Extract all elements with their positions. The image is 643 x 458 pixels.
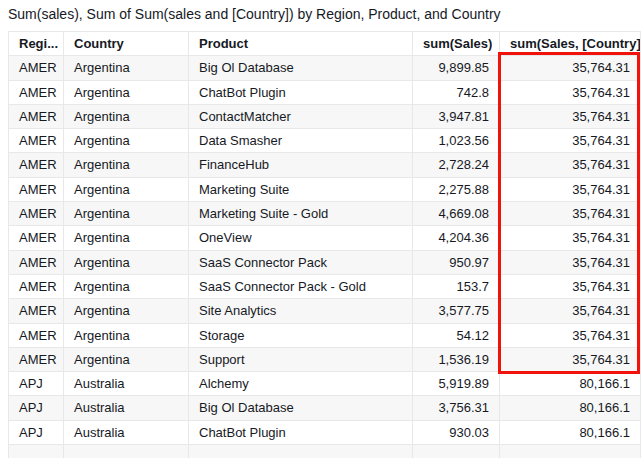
cell-product[interactable]: SaaS Connector Pack - Gold (189, 274, 413, 298)
cell-sum-sales-country[interactable]: 35,764.31 (500, 80, 641, 104)
cell-region[interactable]: AMER (9, 274, 64, 298)
cell-country[interactable]: Argentina (64, 347, 189, 371)
cell-sum-sales[interactable]: 3,577.75 (413, 299, 500, 323)
cell-product[interactable]: Alchemy (189, 372, 413, 396)
cell-country[interactable]: Argentina (64, 250, 189, 274)
cell-region[interactable]: AMER (9, 250, 64, 274)
cell-sum-sales-country[interactable]: 35,764.31 (500, 129, 641, 153)
cell-region[interactable]: APJ (9, 420, 64, 444)
cell-country[interactable]: Argentina (64, 323, 189, 347)
cell-country[interactable]: Argentina (64, 104, 189, 128)
table-row: AMERArgentinaChatBot Plugin742.835,764.3… (9, 80, 641, 104)
cell-sum-sales[interactable]: 2,728.24 (413, 153, 500, 177)
cell-product[interactable]: Marketing Suite (189, 177, 413, 201)
cell-region[interactable]: AMER (9, 80, 64, 104)
cell-empty (64, 445, 189, 458)
cell-sum-sales-country[interactable]: 35,764.31 (500, 56, 641, 80)
cell-region[interactable]: AMER (9, 129, 64, 153)
cell-sum-sales[interactable]: 1,536.19 (413, 347, 500, 371)
cell-product[interactable]: Big Ol Database (189, 56, 413, 80)
column-header-product[interactable]: Product (189, 32, 413, 56)
cell-product[interactable]: OneView (189, 226, 413, 250)
cell-sum-sales-country[interactable]: 35,764.31 (500, 153, 641, 177)
cell-country[interactable]: Argentina (64, 299, 189, 323)
cell-sum-sales[interactable]: 5,919.89 (413, 372, 500, 396)
cell-product[interactable]: Site Analytics (189, 299, 413, 323)
cell-sum-sales[interactable]: 1,023.56 (413, 129, 500, 153)
cell-product[interactable]: ChatBot Plugin (189, 420, 413, 444)
cell-region[interactable]: APJ (9, 372, 64, 396)
cell-sum-sales-country[interactable]: 80,166.1 (500, 396, 641, 420)
cell-country[interactable]: Argentina (64, 80, 189, 104)
column-header-country[interactable]: Country (64, 32, 189, 56)
cell-sum-sales[interactable]: 950.97 (413, 250, 500, 274)
partial-row (9, 445, 641, 458)
cell-sum-sales-country[interactable]: 35,764.31 (500, 177, 641, 201)
cell-country[interactable]: Australia (64, 420, 189, 444)
cell-sum-sales-country[interactable]: 80,166.1 (500, 420, 641, 444)
cell-sum-sales-country[interactable]: 35,764.31 (500, 299, 641, 323)
cell-sum-sales[interactable]: 2,275.88 (413, 177, 500, 201)
cell-sum-sales-country[interactable]: 35,764.31 (500, 347, 641, 371)
cell-sum-sales[interactable]: 3,756.31 (413, 396, 500, 420)
cell-sum-sales[interactable]: 3,947.81 (413, 104, 500, 128)
cell-sum-sales-country[interactable]: 35,764.31 (500, 250, 641, 274)
data-table: Regi...CountryProductsum(Sales)sum(Sales… (8, 31, 641, 458)
cell-product[interactable]: SaaS Connector Pack (189, 250, 413, 274)
cell-sum-sales-country[interactable]: 80,166.1 (500, 372, 641, 396)
cell-region[interactable]: AMER (9, 177, 64, 201)
cell-country[interactable]: Argentina (64, 226, 189, 250)
cell-region[interactable]: AMER (9, 153, 64, 177)
cell-country[interactable]: Argentina (64, 56, 189, 80)
cell-country[interactable]: Argentina (64, 177, 189, 201)
cell-empty (189, 445, 413, 458)
cell-country[interactable]: Australia (64, 372, 189, 396)
cell-sum-sales[interactable]: 742.8 (413, 80, 500, 104)
cell-sum-sales[interactable]: 4,204.36 (413, 226, 500, 250)
cell-region[interactable]: AMER (9, 323, 64, 347)
table-row: AMERArgentinaBig Ol Database9,899.8535,7… (9, 56, 641, 80)
cell-product[interactable]: Storage (189, 323, 413, 347)
cell-product[interactable]: Big Ol Database (189, 396, 413, 420)
cell-sum-sales[interactable]: 153.7 (413, 274, 500, 298)
cell-product[interactable]: Marketing Suite - Gold (189, 202, 413, 226)
table-row: AMERArgentinaSaaS Connector Pack - Gold1… (9, 274, 641, 298)
cell-region[interactable]: AMER (9, 347, 64, 371)
cell-sum-sales[interactable]: 54.12 (413, 323, 500, 347)
table-row: APJAustraliaBig Ol Database3,756.3180,16… (9, 396, 641, 420)
cell-sum-sales[interactable]: 4,669.08 (413, 202, 500, 226)
cell-product[interactable]: Support (189, 347, 413, 371)
cell-product[interactable]: FinanceHub (189, 153, 413, 177)
cell-sum-sales-country[interactable]: 35,764.31 (500, 274, 641, 298)
cell-region[interactable]: AMER (9, 299, 64, 323)
cell-sum-sales-country[interactable]: 35,764.31 (500, 323, 641, 347)
cell-region[interactable]: AMER (9, 56, 64, 80)
column-header-sum-sales[interactable]: sum(Sales) (413, 32, 500, 56)
cell-sum-sales-country[interactable]: 35,764.31 (500, 226, 641, 250)
cell-country[interactable]: Argentina (64, 202, 189, 226)
table-row: AMERArgentinaMarketing Suite - Gold4,669… (9, 202, 641, 226)
cell-empty (500, 445, 641, 458)
visual-title: Sum(sales), Sum of Sum(sales and [Countr… (8, 6, 501, 22)
table-row: AMERArgentinaFinanceHub2,728.2435,764.31 (9, 153, 641, 177)
cell-country[interactable]: Argentina (64, 153, 189, 177)
cell-region[interactable]: APJ (9, 396, 64, 420)
cell-region[interactable]: AMER (9, 104, 64, 128)
cell-sum-sales[interactable]: 930.03 (413, 420, 500, 444)
cell-product[interactable]: ContactMatcher (189, 104, 413, 128)
cell-product[interactable]: ChatBot Plugin (189, 80, 413, 104)
cell-product[interactable]: Data Smasher (189, 129, 413, 153)
cell-region[interactable]: AMER (9, 202, 64, 226)
cell-sum-sales-country[interactable]: 35,764.31 (500, 104, 641, 128)
cell-sum-sales[interactable]: 9,899.85 (413, 56, 500, 80)
cell-country[interactable]: Argentina (64, 274, 189, 298)
cell-region[interactable]: AMER (9, 226, 64, 250)
cell-country[interactable]: Australia (64, 396, 189, 420)
cell-sum-sales-country[interactable]: 35,764.31 (500, 202, 641, 226)
table-row: AMERArgentinaData Smasher1,023.5635,764.… (9, 129, 641, 153)
cell-country[interactable]: Argentina (64, 129, 189, 153)
table-row: AMERArgentinaMarketing Suite2,275.8835,7… (9, 177, 641, 201)
column-header-sum-sales-country[interactable]: sum(Sales, [Country]) (500, 32, 641, 56)
column-header-region[interactable]: Regi... (9, 32, 64, 56)
table-body: AMERArgentinaBig Ol Database9,899.8535,7… (9, 56, 641, 458)
